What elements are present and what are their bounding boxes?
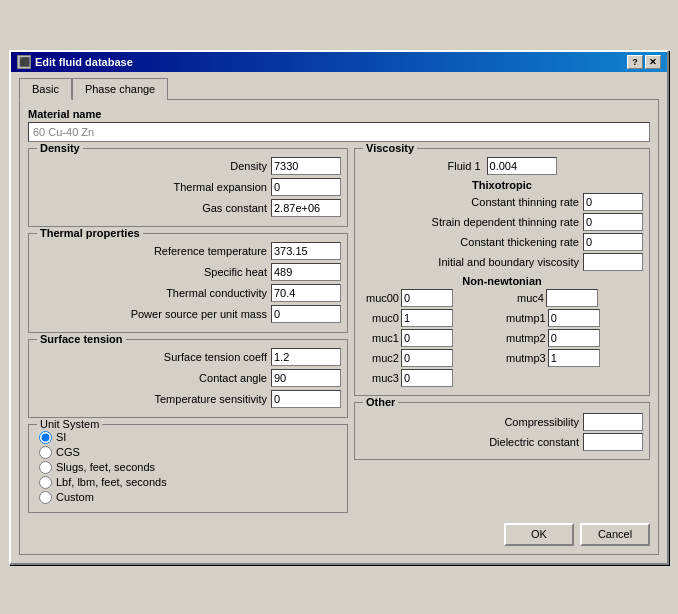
strain-thinning-input[interactable] [583, 213, 643, 231]
fluid1-label: Fluid 1 [447, 160, 480, 172]
tab-phase-change[interactable]: Phase change [72, 78, 168, 100]
contact-angle-input[interactable] [271, 369, 341, 387]
mutmp1-input[interactable] [548, 309, 600, 327]
muc-left-col: muc00 muc0 muc1 [361, 289, 498, 389]
strain-thinning-row: Strain dependent thinning rate [361, 213, 643, 231]
buttons-row: OK Cancel [28, 519, 650, 546]
muc00-row: muc00 [361, 289, 498, 307]
muc3-label: muc3 [361, 372, 399, 384]
mutmp2-input[interactable] [548, 329, 600, 347]
cancel-button[interactable]: Cancel [580, 523, 650, 546]
window-title: Edit fluid database [35, 56, 133, 68]
muc3-row: muc3 [361, 369, 498, 387]
thermal-cond-row: Thermal conductivity [35, 284, 341, 302]
unit-lbf-row: Lbf, lbm, feet, seconds [39, 476, 337, 489]
unit-slugs-label: Slugs, feet, seconds [56, 461, 155, 473]
density-label: Density [35, 160, 271, 172]
unit-custom-row: Custom [39, 491, 337, 504]
gas-constant-input[interactable] [271, 199, 341, 217]
thixotropic-title: Thixotropic [361, 179, 643, 191]
muc-grid: muc00 muc0 muc1 [361, 289, 643, 389]
fluid1-row: Fluid 1 [361, 157, 643, 175]
unit-cgs-label: CGS [56, 446, 80, 458]
dielectric-label: Dielectric constant [361, 436, 583, 448]
unit-custom-radio[interactable] [39, 491, 52, 504]
density-input[interactable] [271, 157, 341, 175]
initial-boundary-input[interactable] [583, 253, 643, 271]
unit-cgs-row: CGS [39, 446, 337, 459]
main-window: ⬛ Edit fluid database ? ✕ Basic Phase ch… [9, 50, 669, 565]
const-thinning-input[interactable] [583, 193, 643, 211]
muc-right-col: muc4 mutmp1 mutmp2 [506, 289, 643, 389]
muc4-label: muc4 [506, 292, 544, 304]
muc0-input[interactable] [401, 309, 453, 327]
dielectric-input[interactable] [583, 433, 643, 451]
surface-tension-group: Surface tension Surface tension coeff Co… [28, 339, 348, 418]
unit-lbf-radio[interactable] [39, 476, 52, 489]
tab-bar: Basic Phase change [19, 78, 659, 100]
unit-si-label: SI [56, 431, 66, 443]
ref-temp-input[interactable] [271, 242, 341, 260]
compressibility-input[interactable] [583, 413, 643, 431]
const-thinning-row: Constant thinning rate [361, 193, 643, 211]
specific-heat-input[interactable] [271, 263, 341, 281]
mutmp2-label: mutmp2 [506, 332, 546, 344]
unit-si-radio[interactable] [39, 431, 52, 444]
tab-basic[interactable]: Basic [19, 78, 72, 100]
gas-constant-label: Gas constant [35, 202, 271, 214]
mutmp1-label: mutmp1 [506, 312, 546, 324]
const-thickening-input[interactable] [583, 233, 643, 251]
muc4-input[interactable] [546, 289, 598, 307]
initial-boundary-row: Initial and boundary viscosity [361, 253, 643, 271]
surface-tension-group-title: Surface tension [37, 333, 126, 345]
close-button[interactable]: ✕ [645, 55, 661, 69]
thermal-expansion-label: Thermal expansion [35, 181, 271, 193]
specific-heat-row: Specific heat [35, 263, 341, 281]
surface-tension-coeff-input[interactable] [271, 348, 341, 366]
temp-sensitivity-input[interactable] [271, 390, 341, 408]
unit-custom-label: Custom [56, 491, 94, 503]
ref-temp-label: Reference temperature [35, 245, 271, 257]
title-bar: ⬛ Edit fluid database ? ✕ [11, 52, 667, 72]
unit-slugs-row: Slugs, feet, seconds [39, 461, 337, 474]
muc00-label: muc00 [361, 292, 399, 304]
unit-cgs-radio[interactable] [39, 446, 52, 459]
thermal-cond-input[interactable] [271, 284, 341, 302]
dielectric-row: Dielectric constant [361, 433, 643, 451]
const-thickening-label: Constant thickening rate [361, 236, 583, 248]
thermal-expansion-input[interactable] [271, 178, 341, 196]
specific-heat-label: Specific heat [35, 266, 271, 278]
gas-constant-row: Gas constant [35, 199, 341, 217]
contact-angle-row: Contact angle [35, 369, 341, 387]
compressibility-row: Compressibility [361, 413, 643, 431]
nonnewt-title: Non-newtonian [361, 275, 643, 287]
strain-thinning-label: Strain dependent thinning rate [361, 216, 583, 228]
help-button[interactable]: ? [627, 55, 643, 69]
muc1-input[interactable] [401, 329, 453, 347]
initial-boundary-label: Initial and boundary viscosity [361, 256, 583, 268]
power-source-row: Power source per unit mass [35, 305, 341, 323]
material-name-input[interactable] [28, 122, 650, 142]
density-group-title: Density [37, 142, 83, 154]
material-name-label: Material name [28, 108, 650, 120]
power-source-label: Power source per unit mass [35, 308, 271, 320]
ok-button[interactable]: OK [504, 523, 574, 546]
unit-si-row: SI [39, 431, 337, 444]
muc3-input[interactable] [401, 369, 453, 387]
mutmp3-input[interactable] [548, 349, 600, 367]
unit-system-title: Unit System [37, 418, 102, 430]
unit-slugs-radio[interactable] [39, 461, 52, 474]
fluid1-input[interactable] [487, 157, 557, 175]
muc1-row: muc1 [361, 329, 498, 347]
muc2-input[interactable] [401, 349, 453, 367]
mutmp2-row: mutmp2 [506, 329, 643, 347]
muc1-label: muc1 [361, 332, 399, 344]
power-source-input[interactable] [271, 305, 341, 323]
contact-angle-label: Contact angle [35, 372, 271, 384]
muc0-label: muc0 [361, 312, 399, 324]
muc00-input[interactable] [401, 289, 453, 307]
mutmp3-label: mutmp3 [506, 352, 546, 364]
viscosity-group: Viscosity Fluid 1 Thixotropic Constant t… [354, 148, 650, 396]
density-group: Density Density Thermal expansion [28, 148, 348, 227]
muc0-row: muc0 [361, 309, 498, 327]
